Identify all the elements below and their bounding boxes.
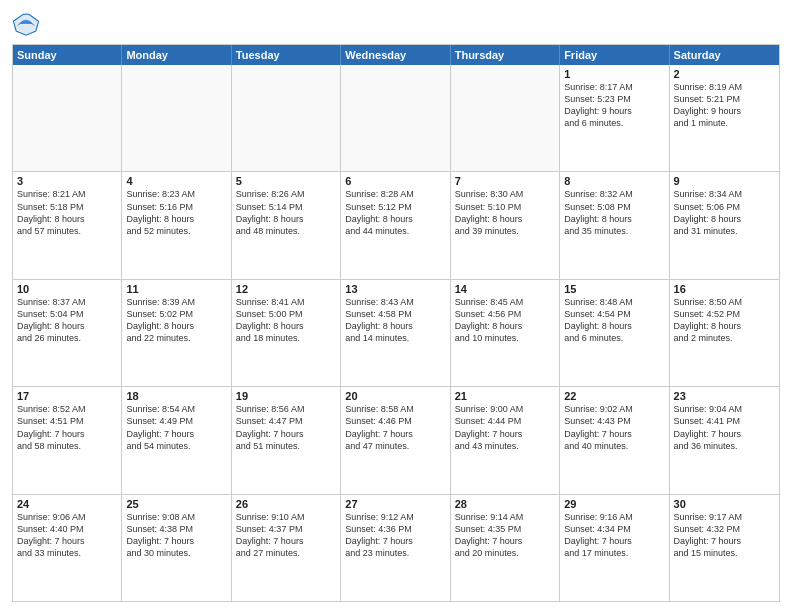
cal-cell: 6Sunrise: 8:28 AM Sunset: 5:12 PM Daylig… [341,172,450,278]
page: SundayMondayTuesdayWednesdayThursdayFrid… [0,0,792,612]
day-number: 1 [564,68,664,80]
day-number: 11 [126,283,226,295]
cell-info: Sunrise: 8:41 AM Sunset: 5:00 PM Dayligh… [236,296,336,345]
cal-cell [451,65,560,171]
calendar-row-3: 10Sunrise: 8:37 AM Sunset: 5:04 PM Dayli… [13,279,779,386]
calendar-row-4: 17Sunrise: 8:52 AM Sunset: 4:51 PM Dayli… [13,386,779,493]
day-number: 5 [236,175,336,187]
cell-info: Sunrise: 8:30 AM Sunset: 5:10 PM Dayligh… [455,188,555,237]
calendar-header: SundayMondayTuesdayWednesdayThursdayFrid… [13,45,779,65]
day-number: 7 [455,175,555,187]
cell-info: Sunrise: 8:54 AM Sunset: 4:49 PM Dayligh… [126,403,226,452]
day-number: 10 [17,283,117,295]
cal-cell: 26Sunrise: 9:10 AM Sunset: 4:37 PM Dayli… [232,495,341,601]
cell-info: Sunrise: 9:14 AM Sunset: 4:35 PM Dayligh… [455,511,555,560]
header-day-sunday: Sunday [13,45,122,65]
day-number: 23 [674,390,775,402]
cell-info: Sunrise: 8:56 AM Sunset: 4:47 PM Dayligh… [236,403,336,452]
day-number: 27 [345,498,445,510]
cal-cell: 7Sunrise: 8:30 AM Sunset: 5:10 PM Daylig… [451,172,560,278]
day-number: 8 [564,175,664,187]
cell-info: Sunrise: 9:17 AM Sunset: 4:32 PM Dayligh… [674,511,775,560]
day-number: 14 [455,283,555,295]
cal-cell: 1Sunrise: 8:17 AM Sunset: 5:23 PM Daylig… [560,65,669,171]
cal-cell: 13Sunrise: 8:43 AM Sunset: 4:58 PM Dayli… [341,280,450,386]
header-day-wednesday: Wednesday [341,45,450,65]
header-day-friday: Friday [560,45,669,65]
cell-info: Sunrise: 9:04 AM Sunset: 4:41 PM Dayligh… [674,403,775,452]
cal-cell [232,65,341,171]
day-number: 30 [674,498,775,510]
day-number: 15 [564,283,664,295]
calendar-row-5: 24Sunrise: 9:06 AM Sunset: 4:40 PM Dayli… [13,494,779,601]
cell-info: Sunrise: 8:28 AM Sunset: 5:12 PM Dayligh… [345,188,445,237]
day-number: 25 [126,498,226,510]
cal-cell: 9Sunrise: 8:34 AM Sunset: 5:06 PM Daylig… [670,172,779,278]
cell-info: Sunrise: 8:23 AM Sunset: 5:16 PM Dayligh… [126,188,226,237]
day-number: 21 [455,390,555,402]
cell-info: Sunrise: 8:34 AM Sunset: 5:06 PM Dayligh… [674,188,775,237]
cal-cell: 18Sunrise: 8:54 AM Sunset: 4:49 PM Dayli… [122,387,231,493]
cal-cell: 3Sunrise: 8:21 AM Sunset: 5:18 PM Daylig… [13,172,122,278]
cal-cell: 2Sunrise: 8:19 AM Sunset: 5:21 PM Daylig… [670,65,779,171]
cell-info: Sunrise: 8:26 AM Sunset: 5:14 PM Dayligh… [236,188,336,237]
cal-cell: 24Sunrise: 9:06 AM Sunset: 4:40 PM Dayli… [13,495,122,601]
cal-cell: 23Sunrise: 9:04 AM Sunset: 4:41 PM Dayli… [670,387,779,493]
header-day-saturday: Saturday [670,45,779,65]
day-number: 26 [236,498,336,510]
day-number: 6 [345,175,445,187]
cal-cell: 19Sunrise: 8:56 AM Sunset: 4:47 PM Dayli… [232,387,341,493]
cal-cell: 28Sunrise: 9:14 AM Sunset: 4:35 PM Dayli… [451,495,560,601]
cal-cell [341,65,450,171]
cal-cell: 21Sunrise: 9:00 AM Sunset: 4:44 PM Dayli… [451,387,560,493]
cal-cell: 25Sunrise: 9:08 AM Sunset: 4:38 PM Dayli… [122,495,231,601]
cell-info: Sunrise: 9:10 AM Sunset: 4:37 PM Dayligh… [236,511,336,560]
day-number: 12 [236,283,336,295]
day-number: 16 [674,283,775,295]
cell-info: Sunrise: 8:43 AM Sunset: 4:58 PM Dayligh… [345,296,445,345]
header-day-thursday: Thursday [451,45,560,65]
cal-cell: 30Sunrise: 9:17 AM Sunset: 4:32 PM Dayli… [670,495,779,601]
cell-info: Sunrise: 8:50 AM Sunset: 4:52 PM Dayligh… [674,296,775,345]
cell-info: Sunrise: 8:37 AM Sunset: 5:04 PM Dayligh… [17,296,117,345]
day-number: 22 [564,390,664,402]
cal-cell: 20Sunrise: 8:58 AM Sunset: 4:46 PM Dayli… [341,387,450,493]
day-number: 18 [126,390,226,402]
cell-info: Sunrise: 8:48 AM Sunset: 4:54 PM Dayligh… [564,296,664,345]
calendar-row-1: 1Sunrise: 8:17 AM Sunset: 5:23 PM Daylig… [13,65,779,171]
cell-info: Sunrise: 8:52 AM Sunset: 4:51 PM Dayligh… [17,403,117,452]
cal-cell: 4Sunrise: 8:23 AM Sunset: 5:16 PM Daylig… [122,172,231,278]
calendar-body: 1Sunrise: 8:17 AM Sunset: 5:23 PM Daylig… [13,65,779,601]
day-number: 20 [345,390,445,402]
cal-cell: 11Sunrise: 8:39 AM Sunset: 5:02 PM Dayli… [122,280,231,386]
cal-cell: 17Sunrise: 8:52 AM Sunset: 4:51 PM Dayli… [13,387,122,493]
cell-info: Sunrise: 9:08 AM Sunset: 4:38 PM Dayligh… [126,511,226,560]
cal-cell [122,65,231,171]
header [12,10,780,38]
cal-cell: 10Sunrise: 8:37 AM Sunset: 5:04 PM Dayli… [13,280,122,386]
cal-cell [13,65,122,171]
cell-info: Sunrise: 8:58 AM Sunset: 4:46 PM Dayligh… [345,403,445,452]
day-number: 2 [674,68,775,80]
cell-info: Sunrise: 9:00 AM Sunset: 4:44 PM Dayligh… [455,403,555,452]
calendar-row-2: 3Sunrise: 8:21 AM Sunset: 5:18 PM Daylig… [13,171,779,278]
day-number: 28 [455,498,555,510]
cal-cell: 27Sunrise: 9:12 AM Sunset: 4:36 PM Dayli… [341,495,450,601]
cell-info: Sunrise: 8:19 AM Sunset: 5:21 PM Dayligh… [674,81,775,130]
header-day-tuesday: Tuesday [232,45,341,65]
logo-icon [12,10,40,38]
cell-info: Sunrise: 8:21 AM Sunset: 5:18 PM Dayligh… [17,188,117,237]
cal-cell: 22Sunrise: 9:02 AM Sunset: 4:43 PM Dayli… [560,387,669,493]
cell-info: Sunrise: 8:17 AM Sunset: 5:23 PM Dayligh… [564,81,664,130]
cal-cell: 12Sunrise: 8:41 AM Sunset: 5:00 PM Dayli… [232,280,341,386]
cell-info: Sunrise: 8:32 AM Sunset: 5:08 PM Dayligh… [564,188,664,237]
calendar: SundayMondayTuesdayWednesdayThursdayFrid… [12,44,780,602]
day-number: 29 [564,498,664,510]
cell-info: Sunrise: 8:39 AM Sunset: 5:02 PM Dayligh… [126,296,226,345]
day-number: 13 [345,283,445,295]
cell-info: Sunrise: 8:45 AM Sunset: 4:56 PM Dayligh… [455,296,555,345]
day-number: 24 [17,498,117,510]
cell-info: Sunrise: 9:16 AM Sunset: 4:34 PM Dayligh… [564,511,664,560]
cell-info: Sunrise: 9:12 AM Sunset: 4:36 PM Dayligh… [345,511,445,560]
header-day-monday: Monday [122,45,231,65]
